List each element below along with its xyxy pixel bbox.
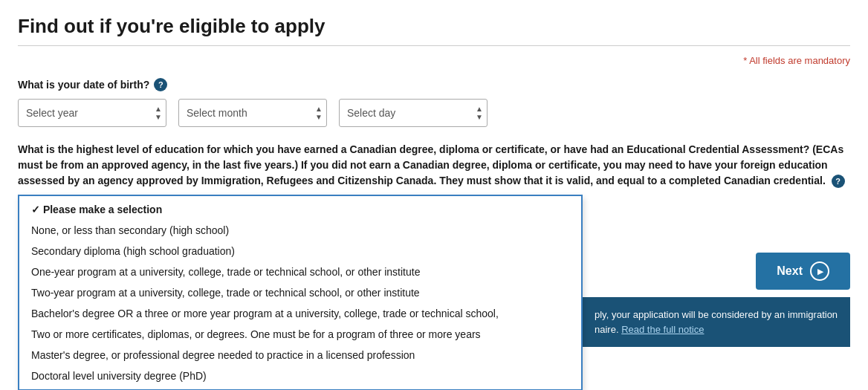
month-select[interactable]: Select monthJanuaryFebruaryMarchAprilMay… xyxy=(178,99,327,127)
education-help-icon[interactable]: ? xyxy=(832,175,845,188)
month-select-wrapper: Select monthJanuaryFebruaryMarchAprilMay… xyxy=(178,99,327,127)
education-option-doctoral[interactable]: Doctoral level university degree (PhD) xyxy=(19,365,581,386)
education-option-bachelor[interactable]: Bachelor's degree OR a three or more yea… xyxy=(19,303,581,324)
education-option-one-year[interactable]: One-year program at a university, colleg… xyxy=(19,261,581,282)
next-button[interactable]: Next xyxy=(756,253,850,290)
education-dropdown-list: Please make a selectionNone, or less tha… xyxy=(18,195,583,390)
notice-link[interactable]: Read the full notice xyxy=(621,324,704,335)
notice-box: ply, your application will be considered… xyxy=(583,297,850,347)
year-select[interactable]: Select year20242023202220212020201920182… xyxy=(18,99,166,127)
education-option-two-certs[interactable]: Two or more certificates, diplomas, or d… xyxy=(19,324,581,345)
page-wrapper: Find out if you're eligible to apply * A… xyxy=(0,0,868,390)
next-play-icon xyxy=(810,261,829,281)
year-select-wrapper: Select year20242023202220212020201920182… xyxy=(18,99,166,127)
page-title: Find out if you're eligible to apply xyxy=(18,15,850,38)
education-option-master[interactable]: Master's degree, or professional degree … xyxy=(19,345,581,365)
education-option-please-select[interactable]: Please make a selection xyxy=(19,199,581,220)
dob-help-icon[interactable]: ? xyxy=(154,78,167,91)
date-selects: Select year20242023202220212020201920182… xyxy=(18,99,850,127)
education-option-none[interactable]: None, or less than secondary (high schoo… xyxy=(19,220,581,241)
next-button-label: Next xyxy=(777,264,803,278)
education-dropdown-container: Please make a selectionNone, or less tha… xyxy=(18,195,850,221)
mandatory-note: * All fields are mandatory xyxy=(18,55,850,66)
education-option-two-year[interactable]: Two-year program at a university, colleg… xyxy=(19,282,581,303)
day-select-wrapper: Select day123456789101112131415161718192… xyxy=(339,99,488,127)
day-select[interactable]: Select day123456789101112131415161718192… xyxy=(339,99,488,127)
divider xyxy=(18,45,850,46)
education-dropdown-options: Please make a selectionNone, or less tha… xyxy=(19,196,581,389)
dob-label: What is your date of birth? ? xyxy=(18,78,850,91)
education-option-secondary[interactable]: Secondary diploma (high school graduatio… xyxy=(19,241,581,261)
education-question: What is the highest level of education f… xyxy=(18,142,850,189)
